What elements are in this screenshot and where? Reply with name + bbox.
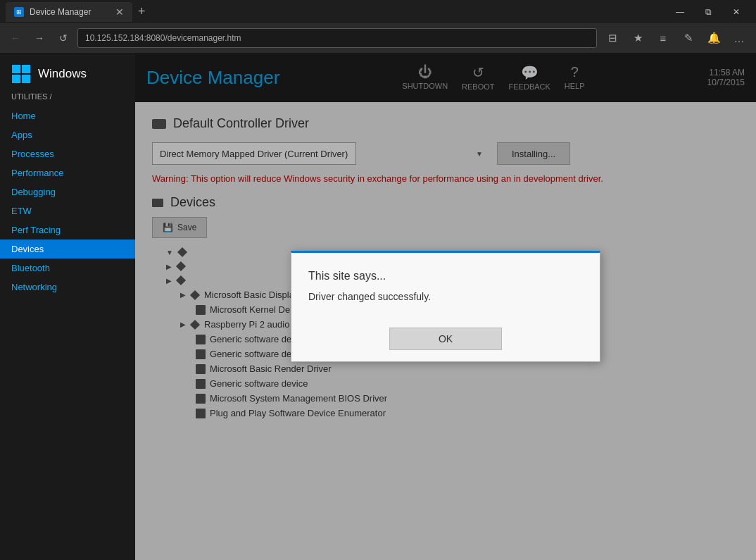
minimize-button[interactable]: — [666,0,694,23]
modal-ok-button[interactable]: OK [389,328,502,350]
active-tab[interactable]: Device Manager ✕ [6,2,132,22]
tab-favicon [14,7,24,17]
breadcrumb: UTILITIES / [0,92,135,106]
svg-rect-2 [12,75,20,83]
tab-title: Device Manager [30,7,91,17]
restore-button[interactable]: ⧉ [694,0,722,23]
hub-icon[interactable]: ≡ [652,28,674,48]
modal-overlay: This site says... Driver changed success… [135,53,756,560]
notifications-icon[interactable]: 🔔 [703,28,725,48]
sidebar-item-bluetooth[interactable]: Bluetooth [0,259,135,278]
new-tab-button[interactable]: + [132,4,151,19]
main-layout: Windows UTILITIES / Home Apps Processes … [0,53,756,560]
nav-bar: ← → ↺ 10.125.152.184:8080/devicemanager.… [0,23,756,53]
sidebar-item-processes[interactable]: Processes [0,144,135,163]
sidebar: Windows UTILITIES / Home Apps Processes … [0,53,135,560]
favorites-icon[interactable]: ★ [626,28,649,48]
modal-footer: OK [291,319,600,361]
tab-close-button[interactable]: ✕ [115,6,124,18]
windows-logo [11,64,31,84]
tab-bar: Device Manager ✕ + — ⧉ ✕ [0,0,756,23]
forward-button[interactable]: → [30,28,49,48]
sidebar-item-debugging[interactable]: Debugging [0,182,135,201]
sidebar-title: Windows [38,67,87,81]
modal-message: Driver changed successfuly. [308,291,583,302]
svg-rect-3 [22,75,30,83]
sidebar-item-performance[interactable]: Performance [0,163,135,182]
back-button[interactable]: ← [6,28,25,48]
svg-rect-0 [12,65,20,73]
refresh-button[interactable]: ↺ [53,28,73,48]
more-icon[interactable]: … [728,28,750,48]
sidebar-item-home[interactable]: Home [0,106,135,125]
modal-body: This site says... Driver changed success… [291,253,600,319]
content-area: Device Manager ⏻ SHUTDOWN ↺ REBOOT 💬 FEE… [135,53,756,560]
web-note-icon[interactable]: ✎ [677,28,700,48]
sidebar-item-devices[interactable]: Devices [0,239,135,259]
sidebar-item-apps[interactable]: Apps [0,125,135,144]
address-bar[interactable]: 10.125.152.184:8080/devicemanager.htm [77,28,597,48]
modal-title: This site says... [308,270,583,282]
reader-view-icon[interactable]: ⊟ [601,28,624,48]
window-controls: — ⧉ ✕ [666,0,750,23]
svg-rect-1 [22,65,30,73]
sidebar-item-perf-tracing[interactable]: Perf Tracing [0,220,135,239]
sidebar-item-etw[interactable]: ETW [0,201,135,220]
sidebar-nav: Home Apps Processes Performance Debuggin… [0,106,135,297]
sidebar-item-networking[interactable]: Networking [0,278,135,297]
sidebar-header: Windows [0,53,135,92]
close-button[interactable]: ✕ [722,0,750,23]
nav-icons: ⊟ ★ ≡ ✎ 🔔 … [601,28,750,48]
modal-dialog: This site says... Driver changed success… [291,251,600,362]
